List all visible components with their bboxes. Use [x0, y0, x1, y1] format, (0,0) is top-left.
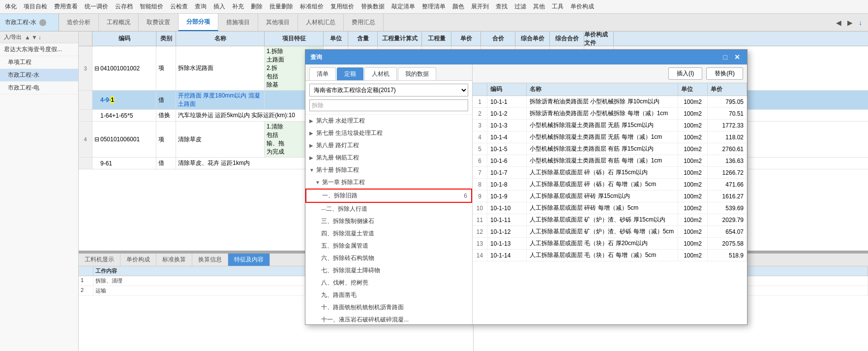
dr-unit-12: 100m2	[678, 226, 708, 237]
dialog-close-btn[interactable]: ✕	[732, 53, 742, 61]
dr-num-14: 14	[473, 250, 487, 261]
dr-row-14[interactable]: 14 10-1-14 人工拆除基层或面层 毛（块）石 每增（减）5cm 100m…	[473, 250, 747, 261]
tree-label-sec6: 六、拆除砖石构筑物	[321, 254, 374, 262]
dr-row-1[interactable]: 1 10-1-1 拆除沥青柏油类路面层 小型机械拆除 厚10cm以内 100m2…	[473, 96, 747, 108]
tree-label-ch1: 第一章 拆除工程	[322, 178, 365, 187]
dr-row-4[interactable]: 4 10-1-4 小型机械拆除混凝土类路面层 无筋 每增（减）1cm 100m2…	[473, 131, 747, 143]
dr-num-3: 3	[473, 120, 487, 131]
dr-num-2: 2	[473, 108, 487, 119]
dialog-tree: ▶ 第六册 水处理工程 ▶ 第七册 生活垃圾处理工程 ▶ 第八册 路灯工程 ▶ …	[305, 114, 472, 324]
tree-item-sec11[interactable]: 十一、液压岩石破碎机破碎混凝...	[305, 314, 472, 324]
dialog-tabs: 清单 定额 人材机 我的数据	[305, 64, 472, 81]
dr-code-10: 10-1-10	[487, 202, 527, 214]
dr-unit-10: 100m2	[678, 202, 708, 214]
tree-arrow-vol8: ▶	[309, 143, 314, 148]
tree-label-sec11: 十一、液压岩石破碎机破碎混凝...	[321, 316, 409, 324]
dialog-search-input[interactable]	[309, 99, 468, 111]
dr-row-3[interactable]: 3 10-1-3 小型机械拆除混凝土类路面层 无筋 厚15cm以内 100m2 …	[473, 120, 747, 131]
tree-arrow-vol7: ▶	[309, 130, 314, 136]
dr-unit-1: 100m2	[678, 96, 708, 107]
dr-name-10: 人工拆除基层或面层 碎砖 每增（减）5cm	[527, 202, 678, 214]
tree-label-sec2: 二、拆除人行道	[326, 205, 367, 213]
dialog-title-text: 查询	[310, 53, 322, 62]
tree-item-sec8[interactable]: 八、伐树、挖树蔸	[305, 277, 472, 289]
tree-label-vol10: 第十册 拆除工程	[316, 166, 359, 174]
dr-num-4: 4	[473, 131, 487, 143]
dr-price-10: 539.69	[708, 202, 747, 214]
dr-num-11: 11	[473, 214, 487, 225]
dr-row-13[interactable]: 13 10-1-13 人工拆除基层或面层 毛（块）石 厚20cm以内 100m2…	[473, 238, 747, 250]
dr-name-14: 人工拆除基层或面层 毛（块）石 每增（减）5cm	[527, 250, 678, 261]
dr-row-9[interactable]: 9 10-1-9 人工拆除基层或面层 碎砖 厚15cm以内 100m2 1616…	[473, 191, 747, 202]
tree-item-sec5[interactable]: 五、拆除金属管道	[305, 240, 472, 252]
dr-unit-3: 100m2	[678, 120, 708, 131]
dr-name-12: 人工拆除基层或面层 矿（炉）渣、砂砾 每增（减）5cm	[527, 226, 678, 237]
dr-code-5: 10-1-5	[487, 143, 527, 155]
tree-arrow-vol9: ▶	[309, 155, 314, 160]
tree-item-vol7[interactable]: ▶ 第七册 生活垃圾处理工程	[305, 127, 472, 139]
dr-name-8: 人工拆除基层或面层 碎（砾）石 每增（减）5cm	[527, 179, 678, 190]
dr-row-7[interactable]: 7 10-1-7 人工拆除基层或面层 碎（砾）石 厚15cm以内 100m2 1…	[473, 167, 747, 179]
dr-price-5: 2760.61	[708, 143, 747, 155]
dr-code-6: 10-1-6	[487, 155, 527, 166]
dialog-tab-mydata[interactable]: 我的数据	[398, 67, 436, 80]
dr-code-4: 10-1-4	[487, 131, 527, 143]
tree-item-sec9[interactable]: 九、路面凿毛	[305, 289, 472, 301]
dialog-body: 清单 定额 人材机 我的数据 海南省市政工程综合定额(2017) ▶ 第六册 水…	[305, 64, 747, 324]
tree-label-sec10: 十、路面铣刨机铣刨机沥青路面	[321, 303, 404, 312]
dialog-title-bar: 查询 □ ✕	[305, 50, 747, 64]
dr-row-2[interactable]: 2 10-1-2 拆除沥青柏油类路面层 小型机械拆除 每增（减）1cm 100m…	[473, 108, 747, 120]
tree-label-vol8: 第八册 路灯工程	[316, 141, 359, 150]
dr-num-5: 5	[473, 143, 487, 155]
drh-unit: 单位	[678, 83, 708, 96]
dr-name-4: 小型机械拆除混凝土类路面层 无筋 每增（减）1cm	[527, 131, 678, 143]
dialog-minimize-btn[interactable]: □	[721, 53, 729, 61]
dr-price-7: 1266.72	[708, 167, 747, 178]
tree-item-sec3[interactable]: 三、拆除预制侧缘石	[305, 215, 472, 227]
tree-arrow-ch1: ▼	[315, 180, 320, 185]
tree-label-sec3: 三、拆除预制侧缘石	[321, 217, 374, 225]
dialog-left-panel: 清单 定额 人材机 我的数据 海南省市政工程综合定额(2017) ▶ 第六册 水…	[305, 64, 473, 324]
dialog-quota-select[interactable]: 海南省市政工程综合定额(2017)	[309, 84, 468, 96]
dr-num-1: 1	[473, 96, 487, 107]
dr-price-6: 136.63	[708, 155, 747, 166]
tree-item-vol6[interactable]: ▶ 第六册 水处理工程	[305, 115, 472, 127]
dr-name-5: 小型机械拆除混凝土类路面层 有筋 厚15cm以内	[527, 143, 678, 155]
dr-row-11[interactable]: 11 10-1-11 人工拆除基层或面层 矿（炉）渣、砂砾 厚15cm以内 10…	[473, 214, 747, 226]
dialog-insert-btn[interactable]: 插入(I)	[668, 67, 702, 80]
tree-item-sec4[interactable]: 四、拆除混凝土管道	[305, 227, 472, 240]
tree-label-vol9: 第九册 钢筋工程	[316, 154, 359, 162]
tree-item-vol8[interactable]: ▶ 第八册 路灯工程	[305, 139, 472, 152]
tree-arrow-vol10: ▼	[309, 167, 314, 173]
tree-label-vol6: 第六册 水处理工程	[316, 117, 365, 125]
tree-item-vol9[interactable]: ▶ 第九册 钢筋工程	[305, 152, 472, 164]
dr-price-11: 2029.79	[708, 214, 747, 225]
dr-code-14: 10-1-14	[487, 250, 527, 261]
dr-num-10: 10	[473, 202, 487, 214]
dr-row-12[interactable]: 12 10-1-12 人工拆除基层或面层 矿（炉）渣、砂砾 每增（减）5cm 1…	[473, 226, 747, 238]
tree-item-vol10[interactable]: ▼ 第十册 拆除工程	[305, 164, 472, 176]
tree-item-sec7[interactable]: 七、拆除混凝土障碍物	[305, 264, 472, 277]
tree-item-sec10[interactable]: 十、路面铣刨机铣刨机沥青路面	[305, 301, 472, 314]
dr-code-8: 10-1-8	[487, 179, 527, 190]
dialog-replace-btn[interactable]: 替换(R)	[706, 67, 743, 80]
dr-row-10[interactable]: 10 10-1-10 人工拆除基层或面层 碎砖 每增（减）5cm 100m2 5…	[473, 202, 747, 214]
tree-item-sec2[interactable]: — 二、拆除人行道	[305, 203, 472, 215]
dialog-right-body[interactable]: 1 10-1-1 拆除沥青柏油类路面层 小型机械拆除 厚10cm以内 100m2…	[473, 96, 747, 324]
dialog-tab-rencaiji[interactable]: 人材机	[364, 67, 397, 80]
dr-row-5[interactable]: 5 10-1-5 小型机械拆除混凝土类路面层 有筋 厚15cm以内 100m2 …	[473, 143, 747, 155]
tree-arrow-vol6: ▶	[309, 118, 314, 124]
tree-item-sec1[interactable]: 一、拆除旧路 6	[305, 189, 472, 203]
dr-row-6[interactable]: 6 10-1-6 小型机械拆除混凝土类路面层 有筋 每增（减）1cm 100m2…	[473, 155, 747, 167]
dr-code-9: 10-1-9	[487, 191, 527, 202]
dialog-tab-dinge[interactable]: 定额	[337, 67, 363, 80]
dr-unit-14: 100m2	[678, 250, 708, 261]
dr-row-8[interactable]: 8 10-1-8 人工拆除基层或面层 碎（砾）石 每增（减）5cm 100m2 …	[473, 179, 747, 191]
dr-price-2: 70.51	[708, 108, 747, 119]
dialog-tab-qingdan[interactable]: 清单	[309, 67, 336, 80]
dr-num-6: 6	[473, 155, 487, 166]
dr-code-2: 10-1-2	[487, 108, 527, 119]
tree-item-ch1[interactable]: ▼ 第一章 拆除工程	[305, 176, 472, 189]
tree-label-sec7: 七、拆除混凝土障碍物	[321, 266, 380, 275]
tree-item-sec6[interactable]: 六、拆除砖石构筑物	[305, 252, 472, 264]
